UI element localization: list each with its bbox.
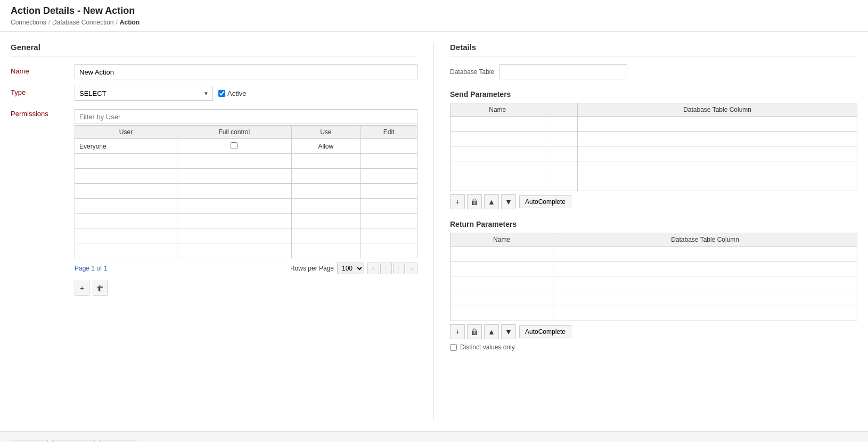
active-checkbox-label: Active xyxy=(218,89,246,97)
first-page-btn[interactable]: « xyxy=(367,263,379,274)
cell-full-control[interactable] xyxy=(177,139,291,154)
send-col-name: Name xyxy=(451,103,545,117)
distinct-checkbox[interactable] xyxy=(450,344,457,351)
send-params-section: Send Parameters Name Database Table Colu… xyxy=(450,90,857,209)
send-row-empty-2 xyxy=(451,132,857,146)
send-row-empty-1 xyxy=(451,117,857,132)
active-label: Active xyxy=(227,89,246,97)
send-autocomplete-btn[interactable]: AutoComplete xyxy=(519,195,571,208)
return-params-title: Return Parameters xyxy=(450,220,857,228)
table-row-empty-1 xyxy=(75,154,417,169)
breadcrumb: Connections / Database Connection / Acti… xyxy=(11,19,857,26)
next-page-btn[interactable]: › xyxy=(393,263,405,274)
rows-per-page-select[interactable]: 100 50 25 xyxy=(337,263,364,274)
page-header: Action Details - New Action Connections … xyxy=(0,0,868,32)
send-params-table: Name Database Table Column xyxy=(450,103,857,191)
return-down-btn[interactable]: ▼ xyxy=(501,324,516,339)
return-params-table: Name Database Table Column xyxy=(450,233,857,321)
send-params-body xyxy=(451,117,857,191)
permissions-control: User Full control Use Edit Everyone Allo… xyxy=(75,107,417,296)
perm-action-btns: + 🗑 xyxy=(75,281,417,296)
table-row-empty-7 xyxy=(75,243,417,258)
send-add-btn[interactable]: + xyxy=(450,194,465,209)
table-row-empty-3 xyxy=(75,184,417,199)
left-panel: General Name Type SELECT INSERT UPDATE D… xyxy=(11,43,434,421)
return-delete-btn[interactable]: 🗑 xyxy=(467,324,482,339)
page-info: Page 1 of 1 xyxy=(75,265,107,272)
permissions-table: User Full control Use Edit Everyone Allo… xyxy=(75,125,417,258)
return-params-section: Return Parameters Name Database Table Co… xyxy=(450,220,857,351)
permissions-label: Permissions xyxy=(11,107,75,118)
distinct-row: Distinct values only xyxy=(450,343,857,351)
cell-user: Everyone xyxy=(75,139,177,154)
return-col-name: Name xyxy=(451,233,553,247)
return-row-empty-3 xyxy=(451,276,857,291)
table-row: Everyone Allow xyxy=(75,139,417,154)
breadcrumb-db-connection[interactable]: Database Connection xyxy=(52,19,113,26)
type-row: Type SELECT INSERT UPDATE DELETE Active xyxy=(11,86,417,101)
prev-page-btn[interactable]: ‹ xyxy=(380,263,392,274)
footer: Test Delete Back xyxy=(0,431,868,442)
table-row-empty-5 xyxy=(75,214,417,228)
send-down-btn[interactable]: ▼ xyxy=(501,194,516,209)
add-perm-btn[interactable]: + xyxy=(75,281,89,296)
rows-label: Rows per Page xyxy=(290,265,334,272)
name-row: Name xyxy=(11,64,417,79)
table-row-empty-2 xyxy=(75,169,417,184)
pagination-row: Page 1 of 1 Rows per Page 100 50 25 « ‹ xyxy=(75,263,417,274)
send-row-empty-5 xyxy=(451,176,857,191)
page-title: Action Details - New Action xyxy=(11,5,857,17)
name-input[interactable] xyxy=(75,64,417,79)
send-row-empty-3 xyxy=(451,146,857,161)
return-up-btn[interactable]: ▲ xyxy=(484,324,499,339)
db-table-row: Database Table xyxy=(450,64,857,79)
return-params-body xyxy=(451,247,857,321)
cell-use: Allow xyxy=(291,139,361,154)
return-row-empty-1 xyxy=(451,247,857,261)
type-control: SELECT INSERT UPDATE DELETE Active xyxy=(75,86,417,101)
test-button[interactable]: Test xyxy=(11,440,48,442)
delete-button[interactable]: Delete xyxy=(52,440,95,442)
table-row-empty-4 xyxy=(75,199,417,214)
return-row-empty-4 xyxy=(451,291,857,306)
breadcrumb-connections[interactable]: Connections xyxy=(11,19,46,26)
permissions-section: User Full control Use Edit Everyone Allo… xyxy=(75,109,417,296)
distinct-label: Distinct values only xyxy=(460,343,515,351)
col-use: Use xyxy=(291,126,361,139)
send-delete-btn[interactable]: 🗑 xyxy=(467,194,482,209)
cell-edit xyxy=(361,139,417,154)
send-up-btn[interactable]: ▲ xyxy=(484,194,499,209)
return-add-btn[interactable]: + xyxy=(450,324,465,339)
main-content: General Name Type SELECT INSERT UPDATE D… xyxy=(0,32,868,431)
send-params-controls: + 🗑 ▲ ▼ AutoComplete xyxy=(450,194,857,209)
breadcrumb-action: Action xyxy=(120,19,140,26)
general-section-title: General xyxy=(11,43,417,56)
send-col-db: Database Table Column xyxy=(578,103,857,117)
col-edit: Edit xyxy=(361,126,417,139)
send-row-empty-4 xyxy=(451,161,857,176)
col-user: User xyxy=(75,126,177,139)
last-page-btn[interactable]: » xyxy=(406,263,417,274)
return-autocomplete-btn[interactable]: AutoComplete xyxy=(519,325,571,338)
type-select[interactable]: SELECT INSERT UPDATE DELETE xyxy=(75,86,213,101)
rows-per-page-control: Rows per Page 100 50 25 « ‹ › » xyxy=(290,263,417,274)
return-row-empty-2 xyxy=(451,261,857,276)
active-checkbox[interactable] xyxy=(218,90,225,97)
table-row-empty-6 xyxy=(75,228,417,243)
name-label: Name xyxy=(11,64,75,75)
return-params-controls: + 🗑 ▲ ▼ AutoComplete xyxy=(450,324,857,339)
send-params-title: Send Parameters xyxy=(450,90,857,99)
details-section-title: Details xyxy=(450,43,857,56)
permissions-row: Permissions User Full control Use Edit xyxy=(11,107,417,296)
filter-input[interactable] xyxy=(75,109,417,124)
name-control xyxy=(75,64,417,79)
db-table-input[interactable] xyxy=(499,64,627,79)
db-table-label: Database Table xyxy=(450,68,494,76)
return-row-empty-5 xyxy=(451,306,857,321)
type-label: Type xyxy=(11,86,75,96)
full-control-checkbox[interactable] xyxy=(231,142,238,149)
back-button[interactable]: Back xyxy=(99,440,137,442)
delete-perm-btn[interactable]: 🗑 xyxy=(93,281,108,296)
return-col-db: Database Table Column xyxy=(553,233,857,247)
col-full-control: Full control xyxy=(177,126,291,139)
